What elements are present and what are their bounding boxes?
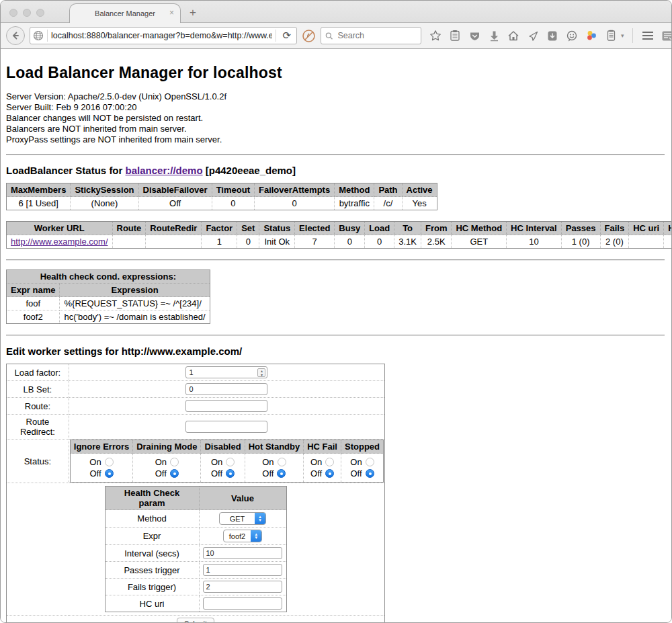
edit-worker-heading: Edit worker settings for http://www.exam…: [6, 345, 665, 357]
hc-row-interval: Interval (secs): [105, 545, 286, 562]
balancer-status-table: MaxMembers StickySession DisableFailover…: [6, 183, 437, 210]
number-stepper-icon[interactable]: ▴▾: [257, 368, 265, 377]
ignore-errors-off-radio[interactable]: [105, 469, 114, 478]
status-cell-hc-fail: On Off: [304, 454, 341, 483]
back-arrow-icon: [10, 30, 21, 41]
fails-input[interactable]: [203, 581, 282, 593]
back-button[interactable]: [6, 26, 25, 45]
column-header: Path: [374, 183, 402, 197]
color-dots-icon[interactable]: [585, 29, 598, 42]
route-redirect-input[interactable]: [185, 421, 267, 433]
hc-row-passes: Passes trigger: [105, 562, 286, 579]
route-input[interactable]: [185, 400, 267, 412]
globe-icon: [33, 30, 44, 41]
radio-off-label: Off: [350, 468, 362, 479]
column-header: FailoverAttempts: [254, 183, 334, 197]
tab-close-icon[interactable]: ×: [169, 9, 174, 17]
status-cell-stopped: On Off: [341, 454, 384, 483]
stopped-on-radio[interactable]: [366, 458, 374, 466]
cell-expr-name: foof: [7, 297, 60, 310]
expr-select[interactable]: foof2 ▲▼: [223, 530, 262, 542]
method-select[interactable]: GET ▲▼: [219, 512, 266, 525]
hc-passes-label: Passes trigger: [105, 562, 199, 579]
url-bar[interactable]: localhost:8880/balancer-manager?b=demo&w…: [30, 27, 297, 44]
column-header: To: [394, 222, 421, 235]
reload-icon[interactable]: ⟳: [280, 30, 294, 42]
form-row-health-check: Health Check param Value Method GET ▲▼: [7, 483, 385, 616]
toolbar-divider: [632, 28, 633, 43]
menu-icon[interactable]: [641, 29, 655, 42]
url-text[interactable]: localhost:8880/balancer-manager?b=demo&w…: [51, 31, 272, 40]
feedback-smiley-icon[interactable]: [565, 29, 579, 42]
url-divider: [47, 30, 48, 42]
passes-input[interactable]: [203, 564, 282, 576]
toolbar-icons: ▾: [429, 28, 672, 43]
radio-off-label: Off: [155, 468, 167, 479]
search-input[interactable]: [336, 30, 417, 41]
cell-to: 3.1K: [394, 235, 421, 249]
cell-status: Init Ok: [259, 235, 295, 249]
bookmark-star-icon[interactable]: [429, 29, 442, 42]
paper-plane-icon[interactable]: [526, 29, 540, 42]
cell-passes: 1 (0): [561, 235, 600, 249]
hot-standby-off-radio[interactable]: [277, 469, 286, 478]
tab-balancer-manager[interactable]: Balancer Manager ×: [69, 3, 181, 23]
column-header: Worker URL: [7, 222, 113, 235]
search-bar[interactable]: [321, 27, 421, 44]
cell-expression: %{REQUEST_STATUS} =~ /^[234]/: [60, 297, 210, 310]
hc-uri-label: HC uri: [105, 595, 199, 612]
column-header: Status: [259, 222, 295, 235]
plugin-block-icon[interactable]: [302, 29, 316, 43]
hc-fails-label: Fails trigger): [105, 579, 199, 595]
worker-url-link[interactable]: http://www.example.com/: [11, 237, 108, 247]
hc-row-expr: Expr foof2 ▲▼: [105, 528, 286, 545]
form-row-submit: Submit: [7, 616, 385, 623]
container-icon[interactable]: [604, 29, 618, 42]
table-row: http://www.example.com/ 1 0 Init Ok 7 0 …: [7, 235, 672, 249]
zoom-window-button[interactable]: [36, 9, 44, 17]
minimize-window-button[interactable]: [23, 9, 31, 17]
draining-mode-on-radio[interactable]: [170, 458, 179, 466]
shield-icon[interactable]: [468, 29, 481, 42]
column-header: Busy: [335, 222, 365, 235]
hc-expressions-table: Health check cond. expressions: Expr nam…: [6, 269, 210, 324]
ignore-errors-on-radio[interactable]: [105, 458, 114, 466]
radio-on-label: On: [155, 457, 167, 467]
disabled-off-radio[interactable]: [226, 469, 235, 478]
column-header: Route: [112, 222, 146, 235]
home-icon[interactable]: [507, 29, 520, 42]
window-controls[interactable]: [9, 9, 44, 17]
download-icon[interactable]: [487, 29, 501, 42]
reading-list-icon[interactable]: [448, 29, 462, 42]
column-header: HC Expr: [664, 222, 671, 235]
cell-disablefailover: Off: [138, 197, 212, 210]
page-content: Load Balancer Manager for localhost Serv…: [1, 49, 671, 622]
route-redirect-label: Route Redirect:: [7, 415, 69, 440]
select-arrows-icon: ▲▼: [255, 512, 265, 525]
lb-set-input[interactable]: [185, 383, 267, 395]
cell-method: bytraffic: [335, 197, 374, 210]
balancer-demo-link[interactable]: balancer://demo: [126, 165, 203, 176]
column-header: RouteRedir: [146, 222, 202, 235]
grid-icon[interactable]: [661, 29, 672, 42]
load-factor-input[interactable]: [185, 366, 267, 378]
interval-input[interactable]: [203, 547, 282, 559]
hot-standby-on-radio[interactable]: [278, 458, 286, 466]
page-title: Load Balancer Manager for localhost: [6, 64, 665, 82]
new-tab-button[interactable]: +: [190, 6, 196, 19]
stopped-off-radio[interactable]: [366, 469, 374, 478]
hc-fail-on-radio[interactable]: [325, 458, 334, 466]
draining-mode-off-radio[interactable]: [170, 469, 179, 478]
container-dropdown-caret-icon[interactable]: ▾: [621, 32, 624, 39]
pocket-icon[interactable]: [546, 29, 559, 42]
cell-hc-interval: 10: [507, 235, 562, 249]
browser-window: Balancer Manager × + localhost:8880/bala…: [0, 0, 672, 623]
hc-uri-input[interactable]: [203, 597, 282, 610]
column-header: HC Interval: [507, 222, 562, 235]
close-window-button[interactable]: [9, 9, 17, 17]
hc-fail-off-radio[interactable]: [325, 469, 334, 478]
submit-button[interactable]: Submit: [177, 618, 214, 622]
column-header: HC Method: [452, 222, 507, 235]
disabled-on-radio[interactable]: [226, 458, 235, 466]
heading-suffix: [p4420eeae_demo]: [203, 165, 296, 176]
